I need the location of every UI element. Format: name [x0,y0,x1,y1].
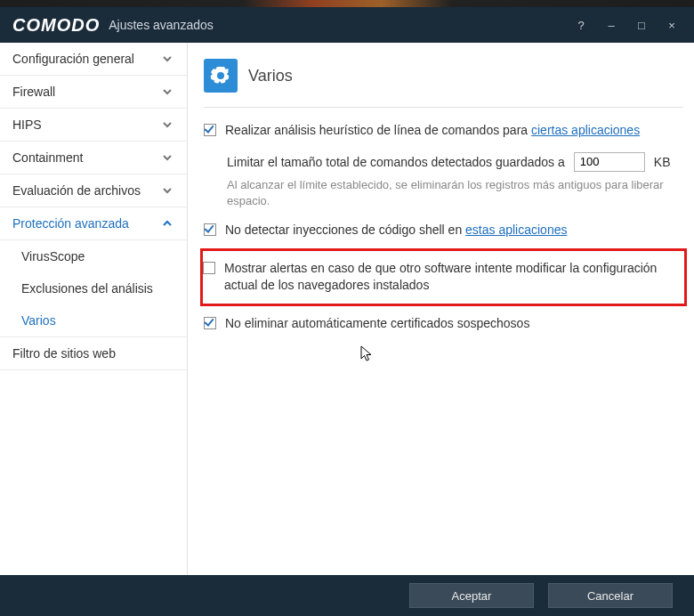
limit-label: Limitar el tamaño total de comandos dete… [227,155,565,169]
sidebar-sub-misc[interactable]: Varios [0,304,187,336]
sidebar-sub-exclusions[interactable]: Exclusiones del análisis [0,272,187,304]
checkbox-heuristic[interactable] [204,124,216,136]
sidebar-item-containment[interactable]: Containment [0,142,187,174]
settings-window: COMODO Ajustes avanzados ? – □ × Configu… [0,0,694,616]
sidebar-item-label: Varios [21,313,56,328]
gears-icon [204,59,238,93]
chevron-down-icon [160,118,174,132]
cancel-button[interactable]: Cancelar [548,583,673,608]
sidebar-sub-virusscope[interactable]: VirusScope [0,240,187,272]
chevron-down-icon [160,85,174,99]
minimize-button[interactable]: – [596,13,626,36]
option-label: Mostrar alertas en caso de que otro soft… [224,260,677,295]
option-text: No detectar inyecciones de código shell … [225,223,465,237]
option-text: Realizar análisis heurístico de línea de… [225,123,531,137]
option-browser-alerts: Mostrar alertas en caso de que otro soft… [203,260,677,295]
sidebar-item-label: Configuración general [12,52,134,66]
sidebar-item-label: Exclusiones del análisis [21,281,153,296]
sidebar-item-general[interactable]: Configuración general [0,43,187,76]
window-body: Configuración general Firewall HIPS Cont… [0,43,694,575]
sidebar-item-label: Firewall [12,85,55,99]
sidebar-item-label: Filtro de sitios web [12,346,116,361]
sidebar-item-advanced-protection[interactable]: Protección avanzada [0,207,187,240]
maximize-button[interactable]: □ [626,13,657,36]
option-heuristic-analysis: Realizar análisis heurístico de línea de… [204,122,683,140]
close-button[interactable]: × [657,13,687,36]
chevron-up-icon [160,216,174,231]
option-label: No detectar inyecciones de código shell … [225,222,683,239]
limit-row: Limitar el tamaño total de comandos dete… [227,152,683,172]
chevron-down-icon [160,52,174,66]
accept-button[interactable]: Aceptar [409,583,534,608]
titlebar-accent [0,0,694,7]
option-shell-injection: No detectar inyecciones de código shell … [204,222,683,239]
sidebar-item-hips[interactable]: HIPS [0,109,187,142]
content-panel: Varios Realizar análisis heurístico de l… [188,43,694,575]
limit-input[interactable] [574,152,645,172]
brand-logo: COMODO [12,15,100,36]
sidebar-item-label: Protección avanzada [12,216,129,231]
footer: Aceptar Cancelar [0,575,694,616]
option-keep-certs: No eliminar automáticamente certificados… [204,315,683,333]
sidebar-item-firewall[interactable]: Firewall [0,76,187,109]
option-label: No eliminar automáticamente certificados… [225,315,683,333]
limit-suffix: KB [654,155,671,169]
sidebar-item-web-filter[interactable]: Filtro de sitios web [0,336,187,370]
checkbox-shell-injection[interactable] [204,223,216,236]
window-title: Ajustes avanzados [109,18,214,32]
checkbox-browser-alerts[interactable] [203,262,215,274]
content-header: Varios [204,59,683,108]
help-button[interactable]: ? [566,13,596,36]
link-certain-apps[interactable]: ciertas aplicaciones [531,123,640,137]
highlighted-option: Mostrar alertas en caso de que otro soft… [200,248,687,306]
sidebar-item-label: HIPS [12,118,42,132]
option-label: Realizar análisis heurístico de línea de… [225,122,683,140]
checkbox-keep-certs[interactable] [204,317,216,329]
limit-help-text: Al alcanzar el límite establecido, se el… [227,177,683,209]
window-controls: ? – □ × [566,13,687,36]
sidebar-item-label: Containment [12,150,83,165]
sidebar-item-label: Evaluación de archivos [12,183,141,198]
chevron-down-icon [160,183,174,198]
sidebar-item-label: VirusScope [21,249,85,263]
link-these-apps[interactable]: estas aplicaciones [465,223,567,237]
page-title: Varios [248,67,293,85]
sidebar: Configuración general Firewall HIPS Cont… [0,43,188,575]
sidebar-item-file-eval[interactable]: Evaluación de archivos [0,174,187,207]
chevron-down-icon [160,150,174,165]
